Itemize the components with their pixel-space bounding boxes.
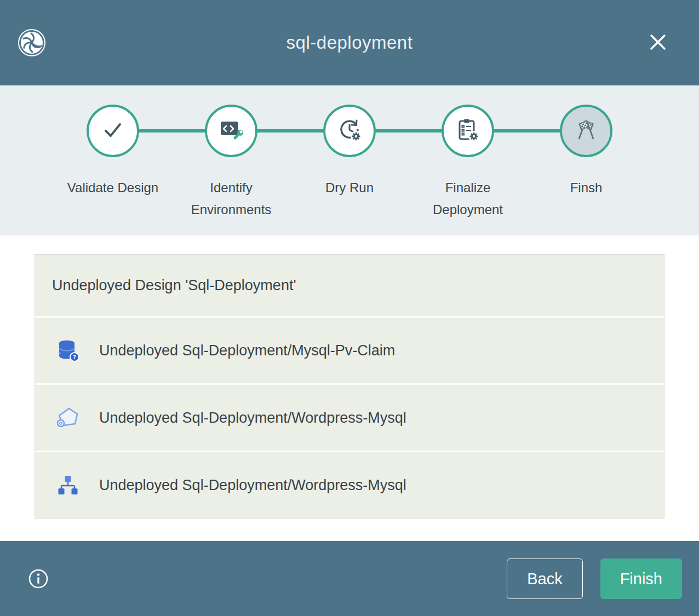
step-label: Identify Environments (176, 177, 286, 221)
back-button[interactable]: Back (507, 559, 582, 599)
step-label: Finalize Deployment (413, 177, 523, 221)
step-circle (87, 105, 139, 157)
close-icon[interactable] (648, 32, 668, 53)
finish-button[interactable]: Finish (600, 559, 682, 599)
wizard-stepper: Validate Design (54, 85, 645, 221)
step-label: Finsh (570, 177, 603, 199)
check-icon (100, 117, 126, 145)
step-dry-run: Dry Run (290, 105, 409, 221)
result-row: ? Undeployed Sql-Deployment/Mysql-Pv-Cla… (35, 316, 664, 383)
result-text: Undeployed Sql-Deployment/Wordpress-Mysq… (99, 477, 406, 494)
step-finish: Finsh (527, 105, 645, 221)
dialog-header: sql-deployment (0, 0, 699, 85)
deployment-tree-icon (55, 472, 81, 498)
deployment-results-list: Undeployed Design 'Sql-Deployment' ? Und… (35, 254, 664, 519)
results-header-row: Undeployed Design 'Sql-Deployment' (35, 255, 664, 316)
step-finalize-deployment: Finalize Deployment (409, 105, 527, 221)
step-circle (323, 105, 376, 157)
result-text: Undeployed Sql-Deployment/Mysql-Pv-Claim (99, 342, 395, 359)
result-text: Undeployed Sql-Deployment/Wordpress-Mysq… (99, 410, 406, 427)
step-circle (205, 105, 257, 157)
result-row: Undeployed Sql-Deployment/Wordpress-Mysq… (35, 383, 664, 451)
database-icon: ? (55, 337, 81, 364)
result-row: Undeployed Sql-Deployment/Wordpress-Mysq… (35, 451, 664, 518)
wizard-stepper-section: Validate Design (0, 85, 699, 235)
clipboard-gear-icon (455, 117, 481, 145)
results-header-text: Undeployed Design 'Sql-Deployment' (52, 277, 296, 294)
service-icon (55, 405, 81, 431)
info-icon[interactable] (27, 568, 49, 590)
finish-flags-icon (573, 117, 599, 145)
dialog-footer: Back Finish (0, 541, 699, 616)
code-wrench-icon (218, 117, 244, 145)
step-validate-design: Validate Design (54, 105, 172, 221)
step-circle (442, 105, 494, 157)
dry-run-clock-icon (336, 117, 363, 145)
step-label: Validate Design (67, 177, 158, 199)
svg-text:?: ? (73, 354, 76, 360)
step-identify-environments: Identify Environments (172, 105, 290, 221)
deployment-wizard-dialog: sql-deployment Validate Design (0, 0, 699, 616)
app-swirl-logo-icon (16, 27, 47, 58)
dialog-title: sql-deployment (287, 32, 413, 53)
step-circle (560, 105, 612, 157)
dialog-content: Undeployed Design 'Sql-Deployment' ? Und… (0, 235, 699, 541)
step-label: Dry Run (325, 177, 374, 199)
